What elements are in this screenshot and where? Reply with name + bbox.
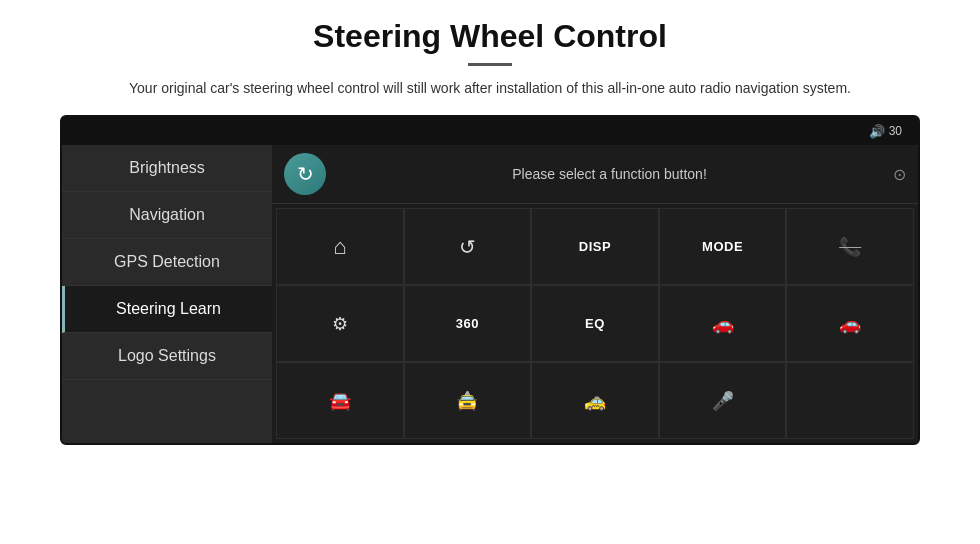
car-front-icon: 🚘 <box>329 390 351 412</box>
refresh-icon: ↻ <box>297 162 314 186</box>
title-divider <box>468 63 512 66</box>
360-label: 360 <box>456 316 479 331</box>
car-back-icon: 🚕 <box>584 390 606 412</box>
car-back-button[interactable]: 🚕 <box>531 362 659 439</box>
home-button[interactable]: ⌂ <box>276 208 404 285</box>
refresh-button[interactable]: ↻ <box>284 153 326 195</box>
page-title: Steering Wheel Control <box>313 18 667 55</box>
speaker-icon: 🔊 <box>869 124 885 139</box>
button-grid: ⌂ ↺ DISP MODE 📞 ⚙ <box>272 204 918 443</box>
cam1-icon: 🚗 <box>712 313 734 335</box>
function-header: ↻ Please select a function button! ⊙ <box>272 145 918 204</box>
right-panel: ↻ Please select a function button! ⊙ ⌂ ↺ <box>272 145 918 443</box>
home-icon: ⌂ <box>333 234 346 260</box>
mic-icon: 🎤 <box>712 390 734 412</box>
mode-button[interactable]: MODE <box>659 208 787 285</box>
volume-indicator: 🔊 30 <box>869 124 902 139</box>
sidebar-item-logo-settings[interactable]: Logo Settings <box>62 333 272 380</box>
back-icon: ↺ <box>459 235 476 259</box>
sidebar-item-brightness[interactable]: Brightness <box>62 145 272 192</box>
cam2-icon: 🚗 <box>839 313 861 335</box>
page-subtitle: Your original car's steering wheel contr… <box>129 78 851 99</box>
eq-button[interactable]: EQ <box>531 285 659 362</box>
car-front-button[interactable]: 🚘 <box>276 362 404 439</box>
top-bar: 🔊 30 <box>62 117 918 145</box>
sidebar-item-steering-learn[interactable]: Steering Learn <box>62 286 272 333</box>
phone-mute-icon: 📞 <box>839 236 861 258</box>
car-side-icon: 🚖 <box>456 390 478 412</box>
phone-mute-button[interactable]: 📞 <box>786 208 914 285</box>
tune-button[interactable]: ⚙ <box>276 285 404 362</box>
tune-icon: ⚙ <box>332 313 348 335</box>
sidebar: Brightness Navigation GPS Detection Stee… <box>62 145 272 443</box>
cam2-button[interactable]: 🚗 <box>786 285 914 362</box>
empty-cell <box>786 362 914 439</box>
main-area: Brightness Navigation GPS Detection Stee… <box>62 145 918 443</box>
back-button[interactable]: ↺ <box>404 208 532 285</box>
disp-button[interactable]: DISP <box>531 208 659 285</box>
sidebar-item-navigation[interactable]: Navigation <box>62 192 272 239</box>
sidebar-item-gps-detection[interactable]: GPS Detection <box>62 239 272 286</box>
360-button[interactable]: 360 <box>404 285 532 362</box>
volume-level: 30 <box>889 124 902 138</box>
eq-label: EQ <box>585 316 605 331</box>
function-prompt: Please select a function button! <box>338 166 881 182</box>
mode-label: MODE <box>702 239 743 254</box>
disp-label: DISP <box>579 239 611 254</box>
mic-button[interactable]: 🎤 <box>659 362 787 439</box>
settings-icon: ⊙ <box>893 165 906 184</box>
car-side-button[interactable]: 🚖 <box>404 362 532 439</box>
device-screen: 🔊 30 Brightness Navigation GPS Detection… <box>60 115 920 445</box>
cam1-button[interactable]: 🚗 <box>659 285 787 362</box>
